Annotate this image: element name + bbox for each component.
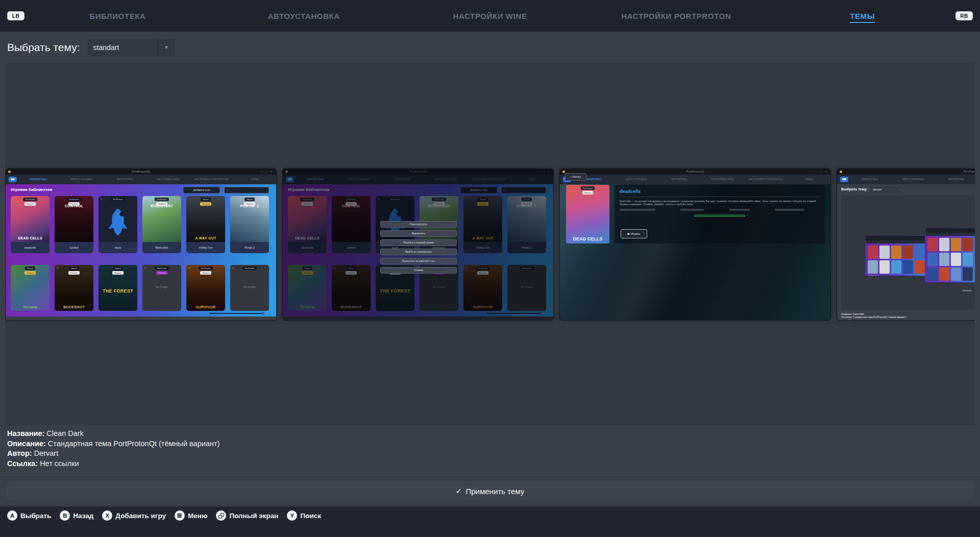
theme-selector-row: Выбрать тему: standart ▼ <box>0 32 980 63</box>
hint-menu[interactable]: Меню <box>175 510 207 521</box>
mini-window-controls: – ▢ ✕ <box>261 170 274 173</box>
top-navigation: LB БИБЛИОТЕКА АВТОУСТАНОВКА НАСТРОЙКИ WI… <box>0 0 980 32</box>
mini-library-screenshot <box>865 235 930 276</box>
mini-titlebar: PortProtonQt – ▢ ✕ <box>560 169 830 175</box>
mini-deadcells-cover: PortProtonПлатно DEAD CELLS <box>566 185 609 243</box>
game-card-survivor: ☆PortProtonПлатноSURVIVOR <box>186 265 225 311</box>
mini-detail-panel: deadcells Dead Cells — это роглайк-платф… <box>615 185 825 243</box>
tab-autoinstall[interactable]: АВТОУСТАНОВКА <box>211 12 397 20</box>
hint-back[interactable]: B Назад <box>60 510 93 521</box>
hint-select[interactable]: A Выбрать <box>7 510 51 521</box>
mini-theme-dropdown: standart▾ <box>871 186 902 192</box>
nav-tabs: БИБЛИОТЕКА АВТОУСТАНОВКА НАСТРОЙКИ WINE … <box>24 12 955 20</box>
game-card-noimage-2: ☆PortProtonNo Image <box>230 265 269 311</box>
theme-link-row: Ссылка: Нет ссылки <box>7 459 219 469</box>
theme-preview-themes-page[interactable]: PortProtonQt БИБЛИОТЕКА АВТОУСТАНОВКА ЭМ… <box>837 168 975 321</box>
game-card-noimage-1: ☆PortProtonПлатноNo Image <box>142 265 181 311</box>
mini-titlebar: PortProtonQt <box>837 169 975 175</box>
mini-themes-body: Выбрать тему: standart▾ kotowar Название <box>837 184 975 320</box>
game-card-buckshot: ☆SteamПлатноBUCKSHOT <box>55 265 93 311</box>
mini-play-button: ▶ Играть <box>621 229 647 238</box>
lb-shoulder-button[interactable]: LB <box>7 11 24 20</box>
mini-preview-area <box>841 195 975 310</box>
gamepad-a-icon: A <box>7 510 17 521</box>
mini-game-row-2: SteamПлатноTerraria ☆SteamПлатноBUCKSHOT… <box>11 265 269 311</box>
mini-stats-row <box>620 209 820 211</box>
gamepad-x-icon: X <box>102 510 112 521</box>
divider <box>0 477 980 477</box>
mini-titlebar: PortProtonQt – ▢ ✕ <box>6 169 276 175</box>
theme-description-row: Описание: Стандартная тема PortProtonQt … <box>7 439 219 449</box>
theme-preview-panel: PortProtonQt – ▢ ✕ БИБЛИОТЕКА АВТОУСТАНО… <box>5 63 975 425</box>
game-card-deadcells: PortProtonПлатноDEAD CELLS deadcells <box>11 196 50 253</box>
rb-shoulder-button[interactable]: RB <box>955 11 973 20</box>
mini-library-body: Игровая библиотека Добавить игру ⌕ PortP… <box>6 184 276 320</box>
theme-preview-carousel: PortProtonQt – ▢ ✕ БИБЛИОТЕКА АВТОУСТАНО… <box>5 63 975 425</box>
hint-search[interactable]: Y Поиск <box>287 510 321 521</box>
theme-author-row: Автор: Dervart <box>7 449 219 459</box>
theme-preview-library[interactable]: PortProtonQt – ▢ ✕ БИБЛИОТЕКА АВТОУСТАНО… <box>5 168 277 321</box>
gamepad-logo-icon <box>840 177 848 182</box>
game-card-portal2: SteamПлатноPORTAL 2 Portal 2 <box>230 196 269 253</box>
chevron-down-icon[interactable]: ▼ <box>158 39 175 56</box>
tab-themes[interactable]: ТЕМЫ <box>769 12 955 20</box>
mini-add-game-button: Добавить игру <box>183 187 220 193</box>
mini-horizontal-scrollbar <box>209 313 263 314</box>
theme-dropdown-value: standart <box>87 43 158 52</box>
hint-fullscreen[interactable]: Полный экран <box>216 510 278 521</box>
game-card-terraria: SteamПлатноTerraria <box>11 265 50 311</box>
theme-dropdown[interactable]: standart ▼ <box>87 39 175 56</box>
mini-footer <box>6 316 276 320</box>
game-card-aups: ☆ PortProton aups <box>99 196 137 253</box>
fullscreen-icon <box>216 510 226 521</box>
rocket-placeholder-icon <box>106 207 130 237</box>
game-card-biomutant: PortProtonПлатноBIOMUTANT Biomutant <box>142 196 181 253</box>
theme-info: Название: Clean Dark Описание: Стандартн… <box>7 429 219 469</box>
preview-library-content: PortProtonQt – ▢ ✕ БИБЛИОТЕКА АВТОУСТАНО… <box>6 169 276 184</box>
game-card-control: PortProtonПлатноCONTROL Control <box>55 196 93 253</box>
mini-nav: БИБЛИОТЕКА АВТОУСТАНОВКА ЭМУЛЯТОРЫ НАСТР… <box>6 175 276 184</box>
mini-nav: БИБЛИОТЕКА АВТОУСТАНОВКА ЭМУЛЯТОРЫ НАСТР… <box>560 175 830 184</box>
mini-vertical-scrollbar <box>273 185 275 316</box>
mini-game-row-1: PortProtonПлатноDEAD CELLS deadcells Por… <box>11 196 269 253</box>
gamepad-hints-bar: A Выбрать B Назад X Добавить игру Меню П… <box>0 506 980 537</box>
game-card-awayout: SteamПлатноA WAY OUT A Way Out <box>186 196 225 253</box>
theme-name-row: Название: Clean Dark <box>7 429 219 439</box>
mini-back-button: ‹ Назад <box>565 173 586 181</box>
theme-preview-game-detail[interactable]: PortProtonQt – ▢ ✕ БИБЛИОТЕКА АВТОУСТАНО… <box>559 168 831 321</box>
mini-system-menu: Перезагрузить Выключить Перейти в игрово… <box>380 221 457 274</box>
mini-search-input: ⌕ <box>224 187 269 193</box>
gamepad-logo-icon <box>9 177 17 182</box>
mini-update-link <box>694 214 745 216</box>
gamepad-b-icon: B <box>60 510 70 521</box>
theme-preview-system-menu[interactable]: PortProtonQt – ▢ ✕ БИБЛИОТЕКА АВТОУСТАНО… <box>282 168 554 321</box>
gamepad-y-icon: Y <box>287 510 297 521</box>
tab-wine-settings[interactable]: НАСТРОЙКИ WINE <box>397 12 583 20</box>
check-icon: ✓ <box>456 486 462 496</box>
mini-window-controls: – ▢ ✕ <box>816 170 828 173</box>
mini-library-screenshot <box>925 228 975 283</box>
mini-nav: БИБЛИОТЕКА АВТОУСТАНОВКА ЭМУЛЯТОРЫ НАСТР… <box>837 175 975 184</box>
game-card-forest: SteamПлатноTHE FOREST <box>99 265 137 311</box>
theme-selector-label: Выбрать тему: <box>7 41 80 54</box>
tab-library[interactable]: БИБЛИОТЕКА <box>24 12 211 20</box>
menu-icon <box>175 510 185 521</box>
hint-add-game[interactable]: X Добавить игру <box>102 510 166 521</box>
tab-portproton-settings[interactable]: НАСТРОЙКИ PORTPROTON <box>583 12 769 20</box>
apply-theme-button[interactable]: ✓ Применить тему <box>6 481 974 501</box>
